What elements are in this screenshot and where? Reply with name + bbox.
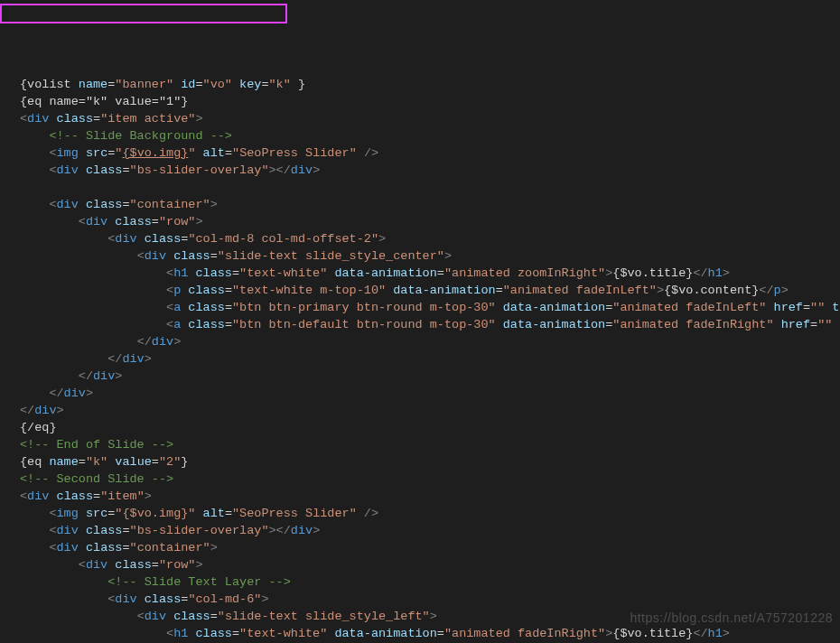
code-token: div bbox=[34, 404, 56, 417]
code-token bbox=[357, 507, 364, 520]
code-line[interactable]: <div class="slide-text slide_style_cente… bbox=[20, 247, 840, 265]
code-token: = bbox=[93, 489, 100, 503]
code-line[interactable]: {volist name="banner" id="vo" key="k" } bbox=[20, 76, 840, 93]
code-line[interactable]: <div class="bs-slider-overlay"></div> bbox=[20, 162, 840, 179]
code-line[interactable]: <h1 class="text-white" data-animation="a… bbox=[20, 265, 840, 282]
code-token bbox=[79, 163, 86, 177]
code-token: < bbox=[137, 610, 145, 623]
code-token bbox=[79, 541, 86, 554]
code-token: {eq name="k" value="1"} bbox=[20, 95, 188, 108]
code-token: < bbox=[49, 198, 56, 211]
code-line[interactable]: <a class="btn btn-default btn-round m-to… bbox=[20, 316, 840, 333]
code-token: > bbox=[210, 198, 218, 211]
code-token: < bbox=[166, 284, 173, 297]
code-token bbox=[20, 266, 166, 280]
code-line[interactable]: <h1 class="text-white" data-animation="a… bbox=[20, 625, 840, 642]
code-token: key bbox=[239, 78, 261, 91]
code-token: > bbox=[313, 163, 320, 177]
code-token: = bbox=[232, 627, 239, 640]
code-token bbox=[766, 301, 773, 314]
code-token: "animated zoomInRight" bbox=[444, 266, 605, 280]
code-token: > bbox=[210, 541, 218, 554]
code-line[interactable]: <div class="container"> bbox=[20, 196, 840, 213]
code-token: "slide-text slide_style_center" bbox=[218, 249, 444, 263]
code-line[interactable]: {eq name="k" value="2"} bbox=[20, 453, 840, 471]
code-line[interactable]: <img src="{$vo.img}" alt="SeoPress Slide… bbox=[20, 505, 840, 522]
code-token: div bbox=[115, 592, 136, 606]
code-token: class bbox=[115, 215, 152, 228]
code-token: div bbox=[57, 198, 79, 211]
code-token: {$vo.content} bbox=[664, 284, 759, 297]
code-token: "vo" bbox=[203, 78, 232, 91]
code-line[interactable]: <p class="text-white m-top-10" data-anim… bbox=[20, 282, 840, 299]
code-token: = bbox=[122, 163, 129, 177]
code-line[interactable]: <div class="item"> bbox=[20, 488, 840, 505]
code-line[interactable]: <div class="col-md-6"> bbox=[20, 591, 840, 608]
code-token: = bbox=[152, 558, 159, 572]
code-token: = bbox=[261, 78, 268, 91]
code-line[interactable]: {eq name="k" value="1"} bbox=[20, 93, 840, 110]
code-token: "btn btn-default btn-round m-top-30" bbox=[232, 318, 496, 331]
code-line[interactable]: <div class="row"> bbox=[20, 556, 840, 573]
code-token: value bbox=[115, 455, 152, 469]
code-token bbox=[20, 318, 166, 331]
code-token: </ bbox=[79, 369, 93, 383]
code-token bbox=[79, 524, 86, 537]
code-token: div bbox=[57, 524, 79, 537]
code-token: > bbox=[86, 387, 93, 400]
code-token bbox=[79, 507, 86, 520]
code-line[interactable]: </div> bbox=[20, 402, 840, 419]
code-line[interactable]: <!-- Slide Background --> bbox=[20, 127, 840, 144]
code-line[interactable]: <!-- Second Slide --> bbox=[20, 471, 840, 488]
code-token: id bbox=[181, 78, 195, 91]
code-token bbox=[496, 301, 503, 314]
code-token bbox=[20, 541, 49, 554]
code-token: alt bbox=[203, 146, 225, 160]
code-token: name bbox=[49, 455, 78, 469]
code-token: "animated fadeInRight" bbox=[444, 627, 605, 640]
code-token bbox=[20, 592, 107, 606]
code-line[interactable]: <!-- End of Slide --> bbox=[20, 436, 840, 453]
code-line[interactable]: <img src="{$vo.img}" alt="SeoPress Slide… bbox=[20, 144, 840, 162]
code-token: div bbox=[64, 387, 86, 400]
code-line[interactable]: <div class="col-md-8 col-md-offset-2"> bbox=[20, 230, 840, 247]
code-line[interactable]: {/eq} bbox=[20, 419, 840, 436]
code-token: alt bbox=[203, 507, 225, 520]
code-line[interactable]: <div class="row"> bbox=[20, 213, 840, 230]
code-line[interactable]: </div> bbox=[20, 350, 840, 368]
code-token bbox=[20, 163, 49, 177]
code-token: <!-- Second Slide --> bbox=[20, 472, 173, 486]
code-line[interactable]: <div class="bs-slider-overlay"></div> bbox=[20, 522, 840, 539]
code-token: div bbox=[291, 524, 313, 537]
code-token: < bbox=[49, 541, 56, 554]
code-token: class bbox=[195, 627, 232, 640]
code-token: > bbox=[145, 352, 152, 366]
code-line[interactable]: </div> bbox=[20, 333, 840, 350]
code-token: > bbox=[261, 592, 268, 606]
code-line[interactable]: <!-- Slide Text Layer --> bbox=[20, 573, 840, 591]
code-token: h1 bbox=[173, 266, 188, 280]
code-token: = bbox=[122, 524, 129, 537]
code-line[interactable]: <a class="btn btn-primary btn-round m-to… bbox=[20, 299, 840, 316]
code-token: {$vo.img} bbox=[122, 146, 188, 160]
code-line[interactable]: <div class="container"> bbox=[20, 539, 840, 556]
code-token: class bbox=[188, 318, 225, 331]
code-token: class bbox=[173, 610, 210, 623]
code-token: "banner" bbox=[115, 78, 173, 91]
code-line[interactable] bbox=[20, 179, 840, 196]
code-token: = bbox=[152, 455, 159, 469]
code-token bbox=[49, 489, 56, 503]
code-token: "text-white m-top-10" bbox=[232, 284, 386, 297]
code-token bbox=[20, 369, 79, 383]
code-token: = bbox=[810, 318, 817, 331]
code-line[interactable]: <div class="item active"> bbox=[20, 110, 840, 127]
code-line[interactable]: </div> bbox=[20, 368, 840, 385]
code-token: "" bbox=[810, 301, 825, 314]
code-token: target bbox=[832, 301, 840, 314]
code-token: = bbox=[210, 610, 218, 623]
code-line[interactable]: </div> bbox=[20, 385, 840, 402]
code-token: <!-- Slide Text Layer --> bbox=[107, 575, 291, 589]
code-token bbox=[20, 352, 107, 366]
code-editor-area[interactable]: {volist name="banner" id="vo" key="k" }{… bbox=[20, 76, 840, 643]
code-token bbox=[79, 146, 86, 160]
